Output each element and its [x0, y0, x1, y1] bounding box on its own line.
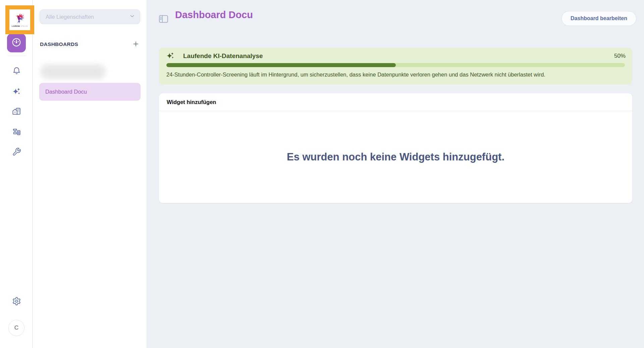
meter-document-icon	[12, 127, 21, 138]
add-dashboard-button[interactable]	[132, 40, 140, 49]
page-title: Dashboard Docu	[175, 9, 253, 20]
nav-settings-button[interactable]	[11, 297, 22, 307]
avatar-initial: C	[14, 325, 18, 331]
nav-properties-button[interactable]	[11, 107, 22, 117]
empty-state-message: Es wurden noch keine Widgets hinzugefügt…	[287, 151, 504, 163]
add-widget-header[interactable]: Widget hinzufügen	[159, 93, 632, 111]
progress-fill	[166, 63, 396, 67]
bell-icon	[12, 66, 21, 76]
panel-left-icon	[158, 20, 169, 26]
banner-percent: 50%	[614, 53, 626, 59]
ai-analysis-banner: Laufende KI-Datenanalyse 50% 24-Stunden-…	[159, 48, 632, 85]
nav-meters-button[interactable]	[11, 127, 22, 137]
banner-title: Laufende KI-Datenanalyse	[183, 52, 263, 60]
logo-highlight-frame: LOREM IPSUM	[5, 5, 34, 34]
banner-description: 24-Stunden-Controller-Screening läuft im…	[166, 71, 626, 78]
progress-bar	[166, 63, 625, 67]
main-content: Dashboard Docu Dashboard bearbeiten Lauf…	[147, 0, 644, 348]
nav-ai-assistant-button[interactable]	[11, 87, 22, 97]
dashboard-list-item-selected[interactable]: Dashboard Docu	[39, 83, 141, 101]
nav-tools-button[interactable]	[11, 147, 22, 157]
property-filter-select[interactable]: Alle Liegenschaften	[40, 9, 140, 24]
wrench-icon	[12, 147, 21, 157]
nav-notifications-button[interactable]	[11, 66, 22, 76]
dashboards-section-header: DASHBOARDS	[40, 40, 140, 49]
property-filter-value: Alle Liegenschaften	[46, 14, 129, 20]
icon-rail: LOREM IPSUM	[0, 0, 33, 348]
sparkles-icon	[166, 51, 175, 61]
sidebar-toggle-button[interactable]	[158, 13, 169, 26]
user-avatar[interactable]: C	[8, 320, 24, 336]
app-logo[interactable]: LOREM IPSUM	[12, 12, 28, 27]
sparkles-icon	[12, 87, 21, 97]
rail-divider	[8, 56, 25, 56]
dashboards-section-title: DASHBOARDS	[40, 41, 78, 47]
dashboard-list-item-blurred[interactable]	[40, 64, 106, 79]
nav-dashboards-button[interactable]	[7, 34, 26, 52]
gear-icon	[12, 297, 21, 307]
edit-dashboard-button[interactable]: Dashboard bearbeiten	[561, 11, 636, 26]
widgets-empty-area: Es wurden noch keine Widgets hinzugefügt…	[159, 111, 632, 203]
dashboards-sidebar: Alle Liegenschaften DASHBOARDS Dashboard…	[33, 0, 147, 348]
gauge-icon	[11, 37, 21, 49]
dashboard-item-label: Dashboard Docu	[45, 89, 87, 95]
bird-logo-icon	[13, 12, 26, 25]
brand-wordmark: LOREM IPSUM	[12, 25, 28, 27]
widgets-card: Widget hinzufügen Es wurden noch keine W…	[159, 93, 632, 203]
buildings-icon	[12, 106, 21, 117]
chevron-down-icon	[129, 13, 135, 20]
plus-icon	[132, 40, 140, 49]
